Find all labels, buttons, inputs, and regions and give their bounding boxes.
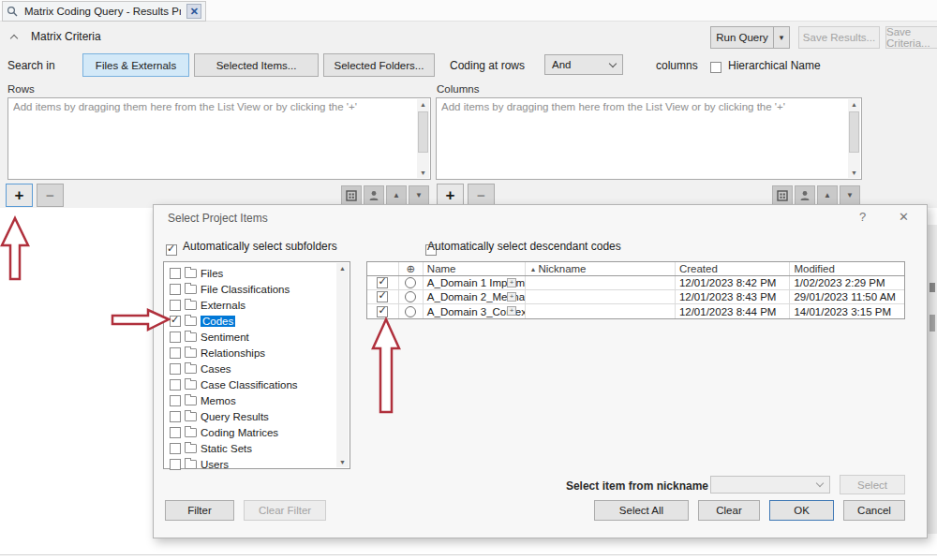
clear-button[interactable]: Clear bbox=[698, 500, 760, 521]
scroll-up-icon[interactable]: ▲ bbox=[339, 265, 346, 272]
tree-item-checkbox[interactable] bbox=[170, 395, 181, 406]
tree-item-checkbox[interactable] bbox=[170, 379, 181, 391]
tree-item-codes[interactable]: Codes bbox=[170, 314, 335, 329]
tree-item-checkbox[interactable] bbox=[170, 443, 181, 454]
select-button[interactable]: Select bbox=[840, 475, 905, 494]
tree-item-checkbox[interactable] bbox=[170, 411, 181, 422]
tree-item-query-results[interactable]: Query Results bbox=[170, 409, 335, 424]
help-icon[interactable]: ? bbox=[859, 210, 866, 224]
rows-user-button[interactable] bbox=[364, 185, 384, 205]
operator-combobox[interactable]: And bbox=[544, 54, 623, 75]
row-expand-icon[interactable]: + bbox=[507, 278, 516, 287]
cancel-button[interactable]: Cancel bbox=[843, 500, 905, 521]
row-checkbox[interactable] bbox=[377, 277, 388, 288]
table-row[interactable]: A_Domain 2_Mechanisms of12/01/2023 8:43 … bbox=[367, 290, 904, 304]
created-header-label: Created bbox=[679, 263, 718, 274]
columns-move-up-button[interactable]: ▲ bbox=[817, 185, 838, 205]
tree-item-checkbox[interactable] bbox=[170, 268, 181, 279]
expand-all-column-header[interactable]: ⊕ bbox=[399, 262, 424, 275]
tree-item-label: Cases bbox=[201, 363, 231, 375]
column-header-created[interactable]: Created bbox=[676, 262, 791, 275]
tree-item-checkbox[interactable] bbox=[170, 284, 181, 295]
nickname-combobox[interactable] bbox=[710, 476, 830, 494]
scroll-down-icon[interactable]: ▼ bbox=[339, 459, 346, 465]
filter-button[interactable]: Filter bbox=[165, 500, 234, 521]
columns-automatic-matrix-button[interactable] bbox=[772, 185, 793, 205]
rows-drop-panel[interactable]: Add items by dragging them here from the… bbox=[7, 97, 431, 180]
rows-move-down-button[interactable]: ▼ bbox=[409, 185, 429, 205]
hierarchical-name-checkbox[interactable] bbox=[710, 62, 721, 73]
scroll-up-icon[interactable]: ▲ bbox=[851, 101, 857, 108]
ok-button[interactable]: OK bbox=[769, 500, 834, 521]
nickname-header-label: Nickname bbox=[538, 263, 586, 274]
scope-files-externals-button[interactable]: Files & Externals bbox=[82, 53, 189, 77]
tree-item-checkbox[interactable] bbox=[170, 363, 181, 375]
rows-remove-button[interactable]: − bbox=[37, 184, 64, 207]
scope-selected-items-button[interactable]: Selected Items... bbox=[194, 53, 319, 77]
row-radio-button[interactable] bbox=[405, 291, 416, 302]
column-header-name[interactable]: Name bbox=[424, 262, 527, 275]
tree-item-file-classifications[interactable]: File Classifications bbox=[170, 282, 335, 297]
rows-automatic-matrix-button[interactable] bbox=[341, 185, 362, 205]
section-title: Matrix Criteria bbox=[31, 30, 101, 43]
row-expand-icon[interactable]: + bbox=[507, 292, 516, 302]
tree-item-sentiment[interactable]: Sentiment bbox=[170, 330, 335, 345]
rows-add-button[interactable]: + bbox=[6, 184, 33, 207]
tree-item-checkbox[interactable] bbox=[170, 459, 181, 470]
move-down-icon: ▼ bbox=[415, 191, 423, 199]
dialog-close-icon[interactable]: ✕ bbox=[899, 210, 909, 224]
table-row[interactable]: A_Domain 3_Context_How d12/01/2023 8:44 … bbox=[367, 304, 904, 318]
row-modified-cell: 1/02/2023 2:29 PM bbox=[790, 276, 904, 289]
folder-icon bbox=[185, 412, 197, 421]
columns-drop-panel[interactable]: Add items by dragging them here from the… bbox=[436, 97, 862, 180]
tree-item-case-classifications[interactable]: Case Classifications bbox=[170, 377, 335, 392]
tree-item-users[interactable]: Users bbox=[170, 457, 335, 472]
run-query-button[interactable]: Run Query bbox=[710, 26, 774, 49]
tree-item-coding-matrices[interactable]: Coding Matrices bbox=[170, 425, 335, 440]
matrix-grid-icon bbox=[346, 190, 357, 201]
move-down-icon: ▼ bbox=[846, 191, 854, 199]
scroll-down-icon[interactable]: ▼ bbox=[851, 169, 857, 176]
table-row[interactable]: A_Domain 1 Implementation12/01/2023 8:42… bbox=[367, 276, 904, 290]
clear-filter-button[interactable]: Clear Filter bbox=[244, 500, 326, 521]
rows-move-up-button[interactable]: ▲ bbox=[386, 185, 407, 205]
save-criteria-button[interactable]: Save Criteria... bbox=[885, 26, 937, 49]
columns-user-button[interactable] bbox=[795, 185, 815, 205]
scope-selected-folders-button[interactable]: Selected Folders... bbox=[323, 53, 435, 77]
columns-move-down-button[interactable]: ▼ bbox=[840, 185, 860, 205]
tree-item-files[interactable]: Files bbox=[170, 266, 335, 281]
tree-item-checkbox[interactable] bbox=[170, 427, 181, 438]
tab-close-icon[interactable]: ✕ bbox=[186, 4, 201, 19]
checkbox-column-header[interactable] bbox=[367, 262, 399, 275]
folder-icon bbox=[185, 460, 197, 469]
run-query-dropdown-button[interactable]: ▾ bbox=[773, 26, 790, 49]
row-radio-button[interactable] bbox=[405, 306, 416, 317]
folder-icon bbox=[185, 317, 197, 326]
tree-item-externals[interactable]: Externals bbox=[170, 298, 335, 313]
column-header-modified[interactable]: Modified bbox=[790, 262, 904, 275]
rows-scrollbar-thumb[interactable] bbox=[418, 111, 428, 153]
columns-scrollbar-thumb[interactable] bbox=[849, 111, 859, 153]
tree-item-static-sets[interactable]: Static Sets bbox=[170, 441, 335, 456]
tree-item-relationships[interactable]: Relationships bbox=[170, 346, 335, 361]
auto-select-subfolders-checkbox[interactable] bbox=[166, 244, 177, 256]
select-all-button[interactable]: Select All bbox=[594, 500, 689, 521]
query-magnifier-icon bbox=[7, 6, 19, 18]
row-checkbox[interactable] bbox=[377, 291, 388, 302]
scroll-up-icon[interactable]: ▲ bbox=[420, 101, 426, 108]
save-results-button[interactable]: Save Results... bbox=[798, 26, 880, 49]
tree-item-memos[interactable]: Memos bbox=[170, 393, 335, 408]
column-header-nickname[interactable]: ▲ Nickname bbox=[526, 262, 675, 275]
folder-tree-scrollbar[interactable]: ▲ ▼ bbox=[336, 263, 349, 467]
app-window: Matrix Coding Query - Results Preview ✕ … bbox=[0, 0, 937, 560]
row-checkbox[interactable] bbox=[377, 306, 388, 317]
scroll-down-icon[interactable]: ▼ bbox=[420, 169, 426, 176]
row-expand-icon[interactable]: + bbox=[507, 306, 516, 316]
tree-item-checkbox[interactable] bbox=[170, 347, 181, 359]
tree-item-cases[interactable]: Cases bbox=[170, 361, 335, 376]
row-radio-button[interactable] bbox=[405, 277, 416, 288]
name-header-label: Name bbox=[427, 263, 456, 274]
row-created-cell: 12/01/2023 8:44 PM bbox=[676, 304, 791, 318]
tab-results-preview[interactable]: Matrix Coding Query - Results Preview ✕ bbox=[2, 1, 206, 22]
tree-item-label: Case Classifications bbox=[201, 379, 298, 391]
